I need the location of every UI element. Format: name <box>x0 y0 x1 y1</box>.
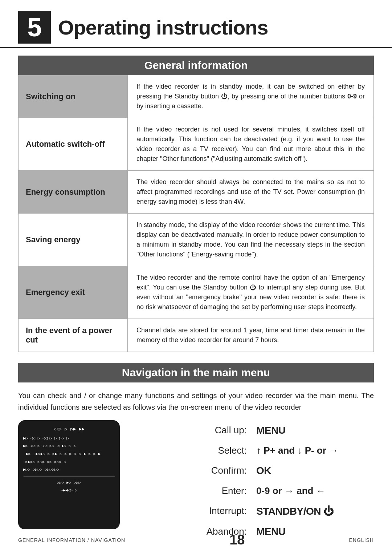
chapter-number-box: 5 <box>18 11 51 44</box>
label-power-cut: In the event of a power cut <box>19 319 127 352</box>
menu-value-select: ↑ P+ and ↓ P- or → <box>250 441 374 461</box>
remote-control-diagram: ◁◁▷ ▷ ▷▶ ▶▶ ▶▷ ◁◁ ▷ ◁◁▷▷ ▷ ▷▷ ▷ ▶▷ ◁◁ ▷ … <box>18 420 120 529</box>
content-energy-consumption: The video recorder should always be conn… <box>127 171 373 213</box>
table-row: Energy consumption The video recorder sh… <box>19 171 373 214</box>
content-switching-on: If the video recorder is in standby mode… <box>127 75 373 118</box>
nav-section: You can check and / or change many funct… <box>18 390 374 542</box>
general-info-heading: General information <box>18 56 374 75</box>
label-emergency-exit: Emergency exit <box>19 266 127 319</box>
menu-items: Call up: MENU Select: ↑ P+ and ↓ P- or →… <box>127 420 374 542</box>
label-saving-energy: Saving energy <box>19 214 127 266</box>
menu-value-enter: 0-9 or → and ← <box>250 481 374 501</box>
menu-value-confirm: OK <box>250 461 374 481</box>
page-number: 18 <box>229 532 245 548</box>
table-row: Emergency exit The video recorder and th… <box>19 266 373 319</box>
table-row: In the event of a power cut Channel data… <box>19 319 373 352</box>
page-footer: General information / Navigation 18 Engl… <box>18 532 374 548</box>
menu-label-select: Select: <box>127 441 250 461</box>
menu-label-interrupt: Interrupt: <box>127 501 250 522</box>
page-header: 5 Operating instructions <box>0 0 392 48</box>
content-emergency-exit: The video recorder and the remote contro… <box>127 266 373 319</box>
chapter-title: Operating instructions <box>58 16 268 39</box>
menu-label-enter: Enter: <box>127 481 250 501</box>
nav-heading: Navigation in the main menu <box>18 363 374 382</box>
chapter-number: 5 <box>27 14 42 40</box>
menu-label-confirm: Confirm: <box>127 461 250 481</box>
label-auto-switch-off: Automatic switch-off <box>19 118 127 170</box>
menu-value-callup: MENU <box>250 420 374 441</box>
table-row: Automatic switch-off If the video record… <box>19 118 373 171</box>
label-switching-on: Switching on <box>19 75 127 118</box>
general-info-table: Switching on If the video recorder is in… <box>18 75 374 352</box>
nav-intro: You can check and / or change many funct… <box>18 390 374 413</box>
table-row: Saving energy In standby mode, the displ… <box>19 214 373 266</box>
table-row: Switching on If the video recorder is in… <box>19 75 373 118</box>
content-saving-energy: In standby mode, the display of the vide… <box>127 214 373 266</box>
content-power-cut: Channel data are stored for around 1 yea… <box>127 319 373 352</box>
content-auto-switch-off: If the video recorder is not used for se… <box>127 118 373 170</box>
menu-value-interrupt: STANDBY/ON ⏻ <box>250 501 374 522</box>
label-energy-consumption: Energy consumption <box>19 171 127 213</box>
footer-right-text: English <box>349 537 374 543</box>
footer-left-text: General information / Navigation <box>18 537 125 543</box>
nav-content: ◁◁▷ ▷ ▷▶ ▶▶ ▶▷ ◁◁ ▷ ◁◁▷▷ ▷ ▷▷ ▷ ▶▷ ◁◁ ▷ … <box>18 420 374 542</box>
menu-label-callup: Call up: <box>127 420 250 441</box>
